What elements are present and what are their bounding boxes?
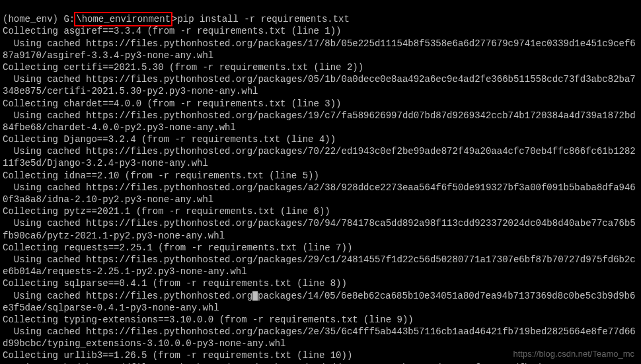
collecting-line: Collecting chardet==4.0.0 (from -r requi… xyxy=(3,98,638,110)
highlighted-path: \home_environment xyxy=(74,12,172,26)
collecting-line: Collecting certifi==2021.5.30 (from -r r… xyxy=(3,61,638,73)
path-highlighted-text: \home_environment xyxy=(76,14,170,24)
cursor-icon xyxy=(252,291,258,301)
collecting-line: Collecting Django==3.2.4 (from -r requir… xyxy=(3,133,638,145)
collecting-line: Collecting typing-extensions==3.10.0.0 (… xyxy=(3,314,638,326)
collecting-line: Collecting requests==2.25.1 (from -r req… xyxy=(3,242,638,254)
collecting-line: Collecting sqlparse==0.4.1 (from -r requ… xyxy=(3,277,638,289)
cached-line: Using cached https://files.pythonhosted.… xyxy=(3,110,638,133)
cached-line: Using cached https://files.pythonhosted.… xyxy=(3,326,638,349)
collecting-line: Collecting idna==2.10 (from -r requireme… xyxy=(3,170,638,182)
cached-line: Using cached https://files.pythonhosted.… xyxy=(3,217,638,241)
cached-line: Using cached https://files.pythonhosted.… xyxy=(3,362,638,364)
collecting-line: Collecting pytz==2021.1 (from -r require… xyxy=(3,205,638,217)
path-prefix: G: xyxy=(58,14,75,24)
venv-prefix: (home_env) xyxy=(3,14,58,24)
cached-line: Using cached https://files.pythonhosted.… xyxy=(3,73,638,97)
cached-line: Using cached https://files.pythonhosted.… xyxy=(3,290,638,314)
command-text: pip install -r requirements.txt xyxy=(177,14,349,24)
watermark-text: https://blog.csdn.net/Teamo_mc xyxy=(513,349,634,360)
terminal-output[interactable]: (home_env) G:\home_environment>pip insta… xyxy=(3,1,638,364)
cached-line: Using cached https://files.pythonhosted.… xyxy=(3,254,638,277)
prompt-line: (home_env) G:\home_environment>pip insta… xyxy=(3,14,350,24)
cached-line: Using cached https://files.pythonhosted.… xyxy=(3,38,638,61)
cached-text-a: Using cached https://files.pythonhosted.… xyxy=(3,291,252,301)
cached-line: Using cached https://files.pythonhosted.… xyxy=(3,182,638,205)
collecting-line: Collecting asgiref==3.3.4 (from -r requi… xyxy=(3,25,638,37)
cached-line: Using cached https://files.pythonhosted.… xyxy=(3,145,638,169)
